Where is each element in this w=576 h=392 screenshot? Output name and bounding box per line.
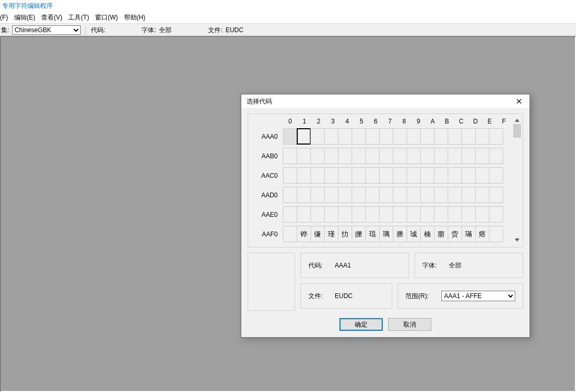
grid-cell[interactable] bbox=[365, 187, 380, 203]
grid-cell[interactable] bbox=[475, 148, 489, 164]
grid-cell[interactable] bbox=[448, 148, 462, 164]
range-select[interactable]: AAA1 - AFFE bbox=[441, 291, 515, 301]
grid-cell[interactable] bbox=[461, 128, 476, 145]
scroll-track[interactable] bbox=[513, 124, 521, 236]
ok-button[interactable]: 确定 bbox=[339, 318, 383, 331]
grid-cell[interactable] bbox=[461, 206, 476, 223]
grid-cell[interactable] bbox=[379, 187, 393, 203]
grid-scrollbar[interactable] bbox=[513, 116, 521, 244]
grid-cell[interactable] bbox=[420, 187, 435, 203]
grid-cell[interactable] bbox=[420, 167, 435, 184]
grid-cell[interactable] bbox=[461, 187, 476, 203]
grid-cell[interactable]: 萠 bbox=[434, 226, 448, 242]
grid-cell[interactable] bbox=[338, 187, 352, 203]
grid-cell[interactable] bbox=[324, 187, 338, 203]
grid-cell[interactable]: 瑾 bbox=[324, 226, 338, 242]
grid-cell[interactable] bbox=[434, 206, 448, 223]
grid-cell[interactable] bbox=[448, 167, 462, 184]
grid-cell[interactable] bbox=[393, 187, 407, 203]
grid-cell[interactable] bbox=[352, 128, 366, 145]
grid-cell[interactable] bbox=[420, 128, 435, 145]
grid-cell[interactable] bbox=[310, 206, 325, 223]
grid-cell[interactable] bbox=[283, 187, 297, 203]
grid-cell[interactable]: 珹 bbox=[407, 226, 421, 242]
grid-cell[interactable] bbox=[379, 148, 393, 164]
grid-cell[interactable] bbox=[338, 167, 352, 184]
grid-cell[interactable] bbox=[475, 167, 489, 184]
grid-cell[interactable]: 琨 bbox=[365, 226, 380, 242]
grid-cell[interactable] bbox=[297, 148, 311, 164]
grid-cell[interactable]: 璃 bbox=[379, 226, 393, 242]
scroll-thumb[interactable] bbox=[513, 124, 521, 138]
grid-cell[interactable] bbox=[283, 206, 297, 223]
grid-cell[interactable] bbox=[297, 206, 311, 223]
grid-cell[interactable] bbox=[475, 206, 489, 223]
grid-cell[interactable] bbox=[407, 187, 421, 203]
grid-cell[interactable] bbox=[324, 128, 338, 145]
grid-cell[interactable] bbox=[379, 167, 393, 184]
grid-cell[interactable] bbox=[434, 167, 448, 184]
grid-cell[interactable] bbox=[420, 206, 435, 223]
grid-cell[interactable] bbox=[448, 206, 462, 223]
grid-cell[interactable] bbox=[489, 206, 503, 223]
cancel-button[interactable]: 取消 bbox=[388, 318, 431, 331]
grid-cell[interactable] bbox=[310, 128, 325, 145]
menu-tools[interactable]: 工具(T) bbox=[68, 12, 93, 23]
grid-cell[interactable] bbox=[489, 167, 503, 184]
grid-cell[interactable] bbox=[393, 206, 407, 223]
grid-cell[interactable] bbox=[310, 148, 325, 164]
grid-cell[interactable]: 铧 bbox=[297, 226, 311, 242]
grid-cell[interactable] bbox=[407, 148, 421, 164]
scroll-down-icon[interactable] bbox=[513, 236, 521, 244]
grid-cell[interactable] bbox=[310, 167, 325, 184]
menu-file[interactable]: (F) bbox=[0, 12, 12, 23]
grid-cell[interactable] bbox=[352, 206, 366, 223]
grid-cell[interactable] bbox=[489, 187, 503, 203]
menu-window[interactable]: 窗口(W) bbox=[95, 12, 122, 23]
grid-cell[interactable]: 皪 bbox=[352, 226, 366, 242]
grid-cell[interactable] bbox=[352, 167, 366, 184]
grid-cell[interactable] bbox=[489, 226, 503, 242]
grid-cell[interactable] bbox=[283, 226, 297, 242]
grid-cell[interactable] bbox=[393, 167, 407, 184]
menu-view[interactable]: 查看(V) bbox=[41, 12, 67, 23]
grid-cell[interactable] bbox=[393, 148, 407, 164]
grid-cell[interactable] bbox=[283, 148, 297, 164]
menu-help[interactable]: 帮助(H) bbox=[124, 12, 150, 23]
grid-cell[interactable] bbox=[461, 148, 476, 164]
grid-cell[interactable] bbox=[338, 128, 352, 145]
grid-cell[interactable]: 楠 bbox=[420, 226, 435, 242]
grid-cell[interactable] bbox=[324, 148, 338, 164]
grid-cell[interactable] bbox=[379, 206, 393, 223]
grid-cell[interactable] bbox=[310, 187, 325, 203]
grid-cell[interactable] bbox=[365, 167, 380, 184]
grid-cell[interactable] bbox=[283, 167, 297, 184]
menu-edit[interactable]: 编辑(E) bbox=[14, 12, 40, 23]
grid-cell[interactable] bbox=[448, 128, 462, 145]
grid-cell[interactable] bbox=[393, 128, 407, 145]
grid-cell[interactable]: 缣 bbox=[310, 226, 325, 242]
grid-cell[interactable] bbox=[283, 128, 297, 145]
grid-cell[interactable]: 扐 bbox=[338, 226, 352, 242]
grid-cell[interactable] bbox=[434, 128, 448, 145]
grid-cell[interactable] bbox=[365, 148, 380, 164]
grid-cell[interactable] bbox=[407, 128, 421, 145]
close-button[interactable] bbox=[508, 94, 530, 108]
grid-cell[interactable] bbox=[352, 148, 366, 164]
charset-select[interactable]: ChineseGBK bbox=[12, 25, 81, 35]
grid-cell[interactable] bbox=[365, 206, 380, 223]
grid-cell[interactable] bbox=[407, 206, 421, 223]
grid-cell[interactable] bbox=[475, 187, 489, 203]
grid-cell[interactable] bbox=[407, 167, 421, 184]
grid-cell[interactable] bbox=[297, 128, 311, 145]
grid-cell[interactable] bbox=[489, 148, 503, 164]
grid-cell[interactable]: 赀 bbox=[448, 226, 462, 242]
grid-cell[interactable] bbox=[338, 206, 352, 223]
grid-cell[interactable] bbox=[297, 187, 311, 203]
grid-cell[interactable] bbox=[448, 187, 462, 203]
grid-cell[interactable] bbox=[489, 128, 503, 145]
scroll-up-icon[interactable] bbox=[513, 116, 521, 124]
grid-cell[interactable] bbox=[324, 206, 338, 223]
grid-cell[interactable] bbox=[352, 187, 366, 203]
grid-cell[interactable] bbox=[324, 167, 338, 184]
